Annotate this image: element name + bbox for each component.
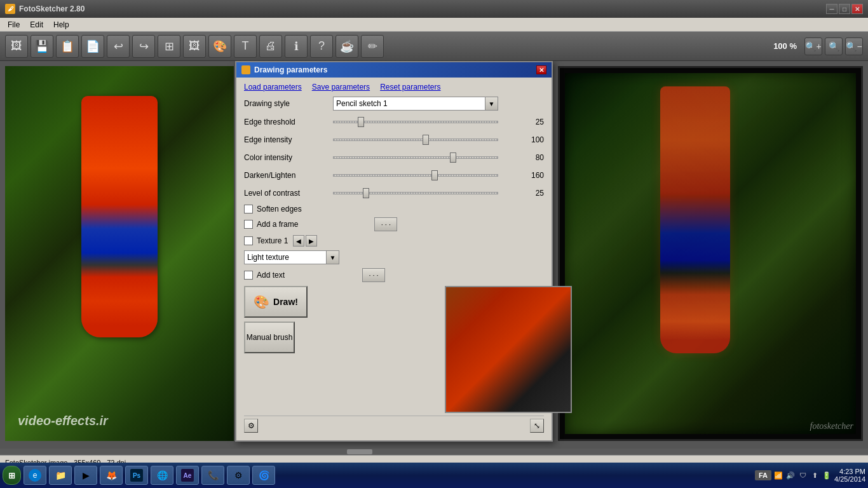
zoom-out-button[interactable]: 🔍− [845, 37, 863, 55]
tray-network-icon: 📶 [773, 470, 783, 480]
coffee-button[interactable]: ☕ [336, 35, 358, 58]
color-intensity-value: 80 [522, 153, 544, 162]
color-intensity-thumb[interactable] [450, 152, 456, 163]
toolbar: 🖼 💾 📋 📄 ↩ ↪ ⊞ 🖼 🎨 T 🖨 ℹ ? ☕ ✏ 100 % 🔍+ 🔍… [0, 32, 868, 61]
chrome-icon: 🌐 [156, 469, 168, 482]
taskbar-skype-button[interactable]: 📞 [201, 466, 224, 485]
darken-lighten-thumb[interactable] [431, 170, 438, 180]
close-button[interactable]: ✕ [851, 4, 863, 14]
texture-checkbox[interactable] [244, 236, 253, 245]
menu-help[interactable]: Help [48, 19, 74, 30]
add-frame-checkbox[interactable] [244, 220, 253, 229]
minimize-button[interactable]: ─ [826, 4, 837, 14]
texture-type-dropdown[interactable]: Light texture ▼ [244, 250, 339, 264]
darken-lighten-row: Darken/Lighten 160 [244, 169, 544, 182]
level-of-contrast-row: Level of contrast 25 [244, 187, 544, 200]
add-text-checkbox[interactable] [244, 271, 253, 280]
save-parameters-link[interactable]: Save parameters [312, 83, 370, 92]
start-button[interactable]: ⊞ [3, 466, 21, 485]
edge-threshold-label: Edge threshold [244, 118, 333, 126]
copy-button[interactable]: 📋 [56, 35, 79, 58]
texture-prev-button[interactable]: ◀ [293, 235, 304, 247]
palette-button[interactable]: 🎨 [208, 35, 231, 58]
new-button[interactable]: 🖼 [5, 35, 28, 58]
add-frame-row: Add a frame · · · [244, 217, 544, 231]
color-intensity-row: Color intensity 80 [244, 151, 544, 164]
zoom-in-button[interactable]: 🔍+ [804, 37, 822, 55]
extra-button[interactable]: ✏ [361, 35, 384, 58]
dialog-links: Load parameters Save parameters Reset pa… [244, 83, 544, 92]
add-text-label: Add text [257, 271, 285, 280]
texture-label: Texture 1 [257, 236, 288, 245]
add-frame-settings-button[interactable]: · · · [374, 217, 397, 231]
level-of-contrast-thumb[interactable] [363, 188, 369, 198]
texture-next-button[interactable]: ▶ [306, 235, 317, 247]
compare-button[interactable]: ⊞ [158, 35, 180, 58]
language-indicator: FA [755, 470, 771, 480]
sketch-watermark-text: fotosketcher [810, 421, 853, 431]
taskbar-photoshop-button[interactable]: Ps [125, 466, 148, 485]
save-button[interactable]: 💾 [31, 35, 53, 58]
color-intensity-track [333, 156, 498, 159]
add-text-row: Add text · · · [244, 268, 544, 282]
original-image: video-effects.ir [5, 66, 234, 441]
taskbar-extra2-button[interactable]: 🌀 [252, 466, 275, 485]
menu-file[interactable]: File [3, 19, 25, 30]
add-frame-label: Add a frame [257, 220, 298, 229]
dialog-close-button[interactable]: ✕ [536, 65, 546, 74]
aftereffects-icon: Ae [181, 469, 194, 482]
horizontal-scrollbar[interactable] [0, 449, 868, 455]
undo-button[interactable]: ↩ [107, 35, 130, 58]
reset-parameters-link[interactable]: Reset parameters [380, 83, 440, 92]
darken-lighten-value: 160 [522, 171, 544, 180]
dropdown-arrow-icon: ▼ [485, 97, 498, 110]
taskbar-media-button[interactable]: ▶ [74, 466, 97, 485]
taskbar-chrome-button[interactable]: 🌐 [151, 466, 173, 485]
soften-edges-row: Soften edges [244, 205, 544, 214]
text-button[interactable]: T [234, 35, 257, 58]
tray-sound-icon: 🔊 [785, 470, 796, 480]
redo-button[interactable]: ↪ [132, 35, 155, 58]
photoshop-icon: Ps [130, 469, 143, 482]
help-button[interactable]: ? [310, 35, 333, 58]
add-text-settings-button[interactable]: · · · [362, 268, 385, 282]
texture-arrows: ◀ ▶ [293, 235, 317, 247]
maximize-button[interactable]: □ [839, 4, 850, 14]
dialog-resize-icon[interactable]: ⤡ [530, 419, 544, 433]
taskbar-extra1-button[interactable]: ⚙ [227, 466, 250, 485]
drawing-style-dropdown[interactable]: Pencil sketch 1 ▼ [333, 97, 498, 111]
edge-intensity-thumb[interactable] [423, 135, 429, 145]
scrollbar-thumb[interactable] [347, 449, 372, 454]
taskbar-folder-button[interactable]: 📁 [49, 466, 72, 485]
print-button[interactable]: 🖨 [259, 35, 282, 58]
texture-dropdown-arrow-icon: ▼ [326, 251, 339, 264]
taskbar-firefox-button[interactable]: 🦊 [100, 466, 123, 485]
skype-icon: 📞 [207, 469, 219, 482]
app-icon: 🖌 [5, 4, 15, 14]
taskbar-ie-button[interactable]: e [24, 466, 46, 485]
edge-threshold-thumb[interactable] [358, 117, 364, 127]
folder-icon: 📁 [54, 469, 67, 482]
drawing-style-value: Pencil sketch 1 [336, 99, 388, 108]
media-icon: ▶ [79, 469, 92, 482]
windows-logo-icon: ⊞ [8, 471, 15, 480]
dialog-footer: ⚙ ⤡ [244, 416, 544, 435]
color-intensity-label: Color intensity [244, 153, 333, 162]
info-button[interactable]: ℹ [285, 35, 308, 58]
tray-security-icon: 🛡 [797, 470, 808, 480]
preview-button[interactable]: 🖼 [183, 35, 206, 58]
soften-edges-checkbox[interactable] [244, 205, 253, 214]
zoom-fit-button[interactable]: 🔍 [825, 37, 843, 55]
draw-icon: 🎨 [254, 294, 269, 309]
taskbar-aftereffects-button[interactable]: Ae [176, 466, 199, 485]
extra2-icon: 🌀 [257, 469, 270, 482]
settings-gear-icon[interactable]: ⚙ [244, 419, 258, 433]
soften-edges-label: Soften edges [257, 205, 302, 214]
app-title: FotoSketcher 2.80 [19, 4, 863, 13]
menu-edit[interactable]: Edit [25, 19, 48, 30]
draw-button[interactable]: 🎨 Draw! [244, 286, 308, 318]
taskbar-right: FA 📶 🔊 🛡 ⬆ 🔋 4:23 PM 4/25/2014 [755, 468, 865, 483]
paste-button[interactable]: 📄 [81, 35, 104, 58]
load-parameters-link[interactable]: Load parameters [244, 83, 302, 92]
manual-brush-button[interactable]: Manual brush [244, 322, 295, 353]
